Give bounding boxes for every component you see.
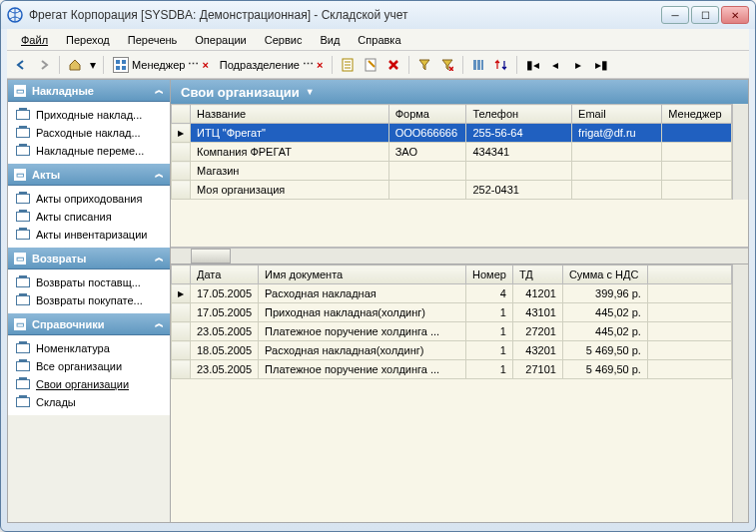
sidebar-item[interactable]: Номенклатура (8, 339, 170, 357)
horizontal-scrollbar[interactable] (171, 248, 748, 264)
sidebar-item[interactable]: Все организации (8, 357, 170, 375)
table-row[interactable]: 17.05.2005Приходная накладная(холдинг)14… (172, 303, 732, 322)
clear-icon[interactable]: × (317, 59, 323, 71)
cell-sum: 5 469,50 р. (562, 341, 647, 360)
forward-button[interactable] (34, 55, 54, 75)
dropdown-icon[interactable]: ▼ (306, 87, 315, 97)
panel-header[interactable]: ▭Справочники︽ (8, 313, 170, 335)
sidebar-item[interactable]: Акты списания (8, 208, 170, 226)
cell-sum: 5 469,50 р. (562, 360, 647, 379)
nav-next-button[interactable]: ▸ (568, 55, 588, 75)
nav-last-button[interactable]: ▸▮ (591, 55, 611, 75)
sidebar-item[interactable]: Акты инвентаризации (8, 226, 170, 244)
menu-help[interactable]: Справка (350, 32, 408, 48)
dropdown-icon[interactable]: ▾ (88, 55, 98, 75)
column-header[interactable]: Имя документа (259, 266, 466, 284)
close-button[interactable]: ✕ (721, 6, 749, 24)
new-button[interactable] (338, 55, 358, 75)
panel-icon: ▭ (14, 253, 26, 265)
table-row[interactable]: 23.05.2005Платежное поручение холдинга .… (172, 322, 732, 341)
row-indicator (172, 162, 191, 181)
nav-first-button[interactable]: ▮◂ (522, 55, 542, 75)
menu-operations[interactable]: Операции (187, 32, 254, 48)
sidebar-item[interactable]: Приходные наклад... (8, 106, 170, 124)
cell-name: Моя организация (191, 181, 389, 200)
column-header[interactable]: Дата (191, 266, 259, 284)
department-filter[interactable]: Подразделение ⋯ × (216, 58, 328, 71)
collapse-icon[interactable]: ︽ (155, 168, 164, 181)
row-indicator: ▶ (172, 284, 191, 303)
filter-button[interactable] (414, 55, 434, 75)
ellipsis-icon[interactable]: ⋯ (303, 58, 314, 71)
menu-view[interactable]: Вид (312, 32, 348, 48)
sidebar-item[interactable]: Акты оприходования (8, 190, 170, 208)
panel-title: Накладные (32, 85, 94, 97)
collapse-icon[interactable]: ︽ (155, 252, 164, 265)
column-header[interactable]: Сумма с НДС (562, 266, 647, 284)
column-spacer (647, 266, 731, 284)
panel-header[interactable]: ▭Возвраты︽ (8, 248, 170, 269)
cell-doc: Расходная накладная (259, 284, 466, 303)
vertical-scrollbar[interactable] (732, 265, 748, 522)
table-row[interactable]: Моя организация252-0431 (172, 181, 732, 200)
sidebar-item-label: Расходные наклад... (36, 127, 141, 139)
cell-num: 4 (466, 284, 513, 303)
cell-num: 1 (466, 303, 513, 322)
main-title: Свои организации (181, 85, 300, 100)
sidebar-item[interactable]: Накладные переме... (8, 142, 170, 160)
filter-clear-button[interactable] (437, 55, 457, 75)
doc-icon (16, 110, 30, 120)
indicator-column (172, 105, 191, 124)
back-button[interactable] (11, 55, 31, 75)
panel-body: Возвраты поставщ...Возвраты покупате... (8, 269, 170, 313)
sidebar-item[interactable]: Возвраты покупате... (8, 291, 170, 309)
vertical-scrollbar[interactable] (732, 104, 748, 200)
column-header[interactable]: ТД (512, 266, 562, 284)
sidebar-item[interactable]: Склады (8, 393, 170, 411)
sidebar-item[interactable]: Расходные наклад... (8, 124, 170, 142)
menu-file[interactable]: Файл (13, 32, 56, 48)
cell-email (572, 162, 662, 181)
table-row[interactable]: Компания ФРЕГАТЗАО434341 (172, 143, 732, 162)
sidebar-item[interactable]: Возвраты поставщ... (8, 273, 170, 291)
panel-header[interactable]: ▭Акты︽ (8, 164, 170, 186)
sidebar-item-label: Свои организации (36, 378, 129, 390)
column-header[interactable]: Название (191, 105, 389, 124)
table-row[interactable]: Магазин (172, 162, 732, 181)
edit-button[interactable] (361, 55, 380, 75)
sidebar-item[interactable]: Свои организации (8, 375, 170, 393)
column-header[interactable]: Телефон (466, 105, 572, 124)
menubar: Файл Переход Перечень Операции Сервис Ви… (7, 29, 749, 51)
columns-button[interactable] (468, 55, 488, 75)
column-header[interactable]: Email (572, 105, 662, 124)
cell-form: ЗАО (388, 143, 466, 162)
cell-num: 1 (466, 341, 513, 360)
column-header[interactable]: Форма (388, 105, 466, 124)
menu-goto[interactable]: Переход (58, 32, 118, 48)
organizations-grid[interactable]: НазваниеФормаТелефонEmailМенеджер▶ИТЦ "Ф… (171, 104, 732, 200)
table-row[interactable]: ▶17.05.2005Расходная накладная441201399,… (172, 284, 732, 303)
maximize-button[interactable]: ☐ (691, 6, 719, 24)
table-row[interactable]: 18.05.2005Расходная накладная(холдинг)14… (172, 341, 732, 360)
table-row[interactable]: ▶ИТЦ "Фрегат"ООО666666255-56-64frigat@df… (172, 124, 732, 143)
sort-button[interactable] (491, 55, 511, 75)
column-header[interactable]: Номер (466, 266, 513, 284)
documents-grid[interactable]: ДатаИмя документаНомерТДСумма с НДС▶17.0… (171, 265, 732, 379)
menu-list[interactable]: Перечень (120, 32, 186, 48)
home-button[interactable] (65, 55, 85, 75)
doc-icon (16, 146, 30, 156)
panel-header[interactable]: ▭Накладные︽ (8, 80, 170, 102)
menu-service[interactable]: Сервис (257, 32, 311, 48)
collapse-icon[interactable]: ︽ (155, 84, 164, 97)
column-header[interactable]: Менеджер (662, 105, 732, 124)
detail-grid-container: ДатаИмя документаНомерТДСумма с НДС▶17.0… (171, 264, 748, 522)
delete-button[interactable] (383, 55, 403, 75)
nav-prev-button[interactable]: ◂ (545, 55, 565, 75)
app-window: Фрегат Корпорация [SYSDBA: Демонстрацион… (0, 0, 756, 532)
minimize-button[interactable]: ─ (661, 6, 689, 24)
manager-filter[interactable]: Менеджер ⋯ × (109, 57, 213, 73)
table-row[interactable]: 23.05.2005Платежное поручение холдинга .… (172, 360, 732, 379)
collapse-icon[interactable]: ︽ (155, 317, 164, 330)
clear-icon[interactable]: × (202, 59, 208, 71)
ellipsis-icon[interactable]: ⋯ (188, 58, 199, 71)
